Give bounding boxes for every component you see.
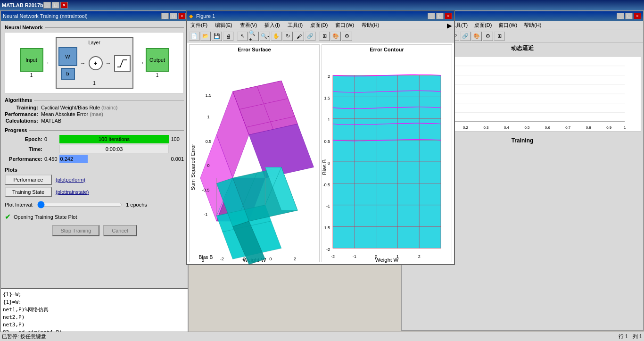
performance-plot-link[interactable]: (plotperform) [56, 177, 85, 183]
svg-text:0.5: 0.5 [524, 125, 530, 130]
fig-menu-file[interactable]: 文件(F) [189, 21, 209, 29]
fig-menu-desktop[interactable]: 桌面(D) [309, 21, 329, 29]
training-state-plot-btn[interactable]: Training State [5, 187, 52, 197]
tb-new[interactable]: 📄 [189, 32, 199, 41]
ec-xlabel: Weight W [375, 257, 399, 263]
svg-text:0.6: 0.6 [545, 125, 551, 130]
tb-insert-legend[interactable]: ⊞ [319, 32, 330, 41]
figure-toolbar[interactable]: 📄 📂 💾 🖨 ↖ 🔍+ 🔍- ✋ ↻ 🖌 🔗 ⊞ 🎨 ⚙ [187, 30, 454, 42]
nntrain-controls[interactable]: _ □ × [161, 13, 186, 19]
nn-b-label: b [66, 71, 69, 76]
right-menu-help[interactable]: 帮助(H) [522, 21, 543, 29]
svg-text:0.3: 0.3 [483, 125, 489, 130]
nntrain-minimize[interactable]: _ [161, 13, 169, 19]
right-menu-desktop[interactable]: 桌面(D) [473, 21, 493, 29]
nn-input-val: 1 [30, 73, 33, 78]
fig-menu-window[interactable]: 窗口(W) [334, 21, 355, 29]
svg-text:-0.5: -0.5 [202, 188, 209, 192]
figure-titlebar: ◆ Figure 1 _ □ × [187, 11, 454, 21]
algo-grid: Training: Cyclical Weight/Bias Rule (tra… [5, 105, 184, 124]
svg-text:0.7: 0.7 [565, 125, 570, 130]
tb-color[interactable]: 🎨 [330, 32, 341, 41]
svg-text:-2: -2 [220, 257, 224, 261]
tb-save[interactable]: 💾 [212, 32, 222, 41]
btn-row: Stop Training Cancel [5, 225, 184, 236]
perf-bar: 0.242 [59, 155, 169, 163]
close-btn[interactable]: × [60, 2, 68, 8]
fig-menu-view[interactable]: 查看(V) [239, 21, 259, 29]
tb-prop[interactable]: ⚙ [342, 32, 352, 41]
tb-open[interactable]: 📂 [200, 32, 211, 41]
stop-training-btn[interactable]: Stop Training [52, 225, 99, 236]
figure-close[interactable]: × [445, 13, 452, 19]
figure-minimize[interactable]: _ [428, 13, 435, 19]
tb-rotate[interactable]: ↻ [282, 32, 293, 41]
nn-input-group: Input 1 [20, 48, 43, 78]
nn-output-group: Output 1 [146, 48, 169, 78]
status-icon: ✔ [5, 212, 11, 221]
performance-plot-btn[interactable]: Performance [5, 175, 52, 185]
nntrain-restore[interactable]: □ [170, 13, 177, 19]
plot-interval-slider[interactable] [37, 201, 122, 208]
col-label: 列 1 [633, 333, 642, 340]
right-controls[interactable]: _ □ × [617, 13, 641, 19]
maximize-btn[interactable]: □ [52, 2, 59, 8]
svg-text:0: 0 [207, 163, 210, 168]
right-close[interactable]: × [634, 13, 641, 19]
row-label: 行 1 [619, 333, 628, 340]
error-contour-plot: Error Contour [322, 44, 452, 262]
svg-text:1: 1 [207, 115, 210, 119]
tb-link[interactable]: 🔗 [305, 32, 315, 41]
rt-color[interactable]: 🎨 [471, 32, 482, 41]
es-blabel: Bias B [198, 255, 213, 260]
nn-diagram-inner: Input 1 → Layer W [20, 37, 169, 89]
svg-text:-2: -2 [326, 247, 330, 252]
cancel-btn[interactable]: Cancel [103, 225, 136, 236]
right-minimize[interactable]: _ [617, 13, 624, 19]
algo-section-header: Algorithms [5, 97, 184, 103]
right-maximize[interactable]: □ [625, 13, 633, 19]
error-surface-plot: Error Surface Weight W Sum Squared Error… [189, 44, 320, 262]
nn-layer-val: 1 [93, 81, 96, 86]
figure-maximize[interactable]: □ [436, 13, 444, 19]
fig-expand-btn[interactable]: ▶ [447, 22, 452, 29]
right-menu-window[interactable]: 窗口(W) [497, 21, 519, 29]
app-controls[interactable]: _ □ × [43, 2, 68, 8]
fig-menu-edit[interactable]: 编辑(E) [214, 21, 234, 29]
nn-diagram: Input 1 → Layer W [5, 32, 184, 93]
rt-prop[interactable]: ⚙ [483, 32, 493, 41]
cmd-line-3: net1,P)%网络仿真 [3, 306, 186, 314]
cmd-line-2: {1}=W; [3, 299, 186, 306]
fig-menu-insert[interactable]: 插入(I) [263, 21, 281, 29]
app-title: MATLAB R2017b [2, 2, 43, 8]
nntrain-content: Neural Network Input 1 → Layer [1, 21, 188, 288]
rt-link[interactable]: 🔗 [460, 32, 471, 41]
trainstate-plot-row: Training State (plottrainstate) [5, 187, 184, 197]
training-state-plot-link[interactable]: (plottrainstate) [56, 189, 89, 195]
rt-insert-legend[interactable]: ⊞ [494, 32, 504, 41]
svg-text:-1: -1 [204, 212, 207, 217]
tb-brush[interactable]: 🖌 [294, 32, 304, 41]
tb-print[interactable]: 🖨 [223, 32, 233, 41]
cmd-line-5: net3,P) [3, 321, 186, 329]
error-surface-svg: Weight W Sum Squared Error Bias B [190, 53, 319, 270]
svg-text:-1: -1 [353, 254, 356, 259]
svg-text:0: 0 [328, 161, 330, 166]
nntrain-close[interactable]: × [178, 13, 186, 19]
nn-w-box: W [58, 47, 77, 66]
tb-zoom-in[interactable]: 🔍+ [248, 32, 259, 41]
figure-menubar[interactable]: 文件(F) 编辑(E) 查看(V) 插入(I) 工具(I) 桌面(D) 窗口(W… [187, 21, 454, 30]
minimize-btn[interactable]: _ [43, 2, 51, 8]
tb-pan[interactable]: ✋ [271, 32, 281, 41]
status-row: ✔ Opening Training State Plot [5, 212, 184, 221]
figure-title: ◆ Figure 1 [189, 13, 215, 19]
svg-text:-0.5: -0.5 [322, 183, 330, 187]
ec-ylabel: Bias B [322, 159, 327, 175]
tb-zoom-out[interactable]: 🔍- [260, 32, 270, 41]
fig-menu-tools[interactable]: 工具(I) [286, 21, 304, 29]
tb-cursor[interactable]: ↖ [237, 32, 248, 41]
status-message: Opening Training State Plot [14, 214, 77, 220]
fig-menu-help[interactable]: 帮助(H) [360, 21, 380, 29]
figure-controls[interactable]: _ □ × [428, 13, 452, 19]
svg-text:0.5: 0.5 [324, 139, 330, 144]
